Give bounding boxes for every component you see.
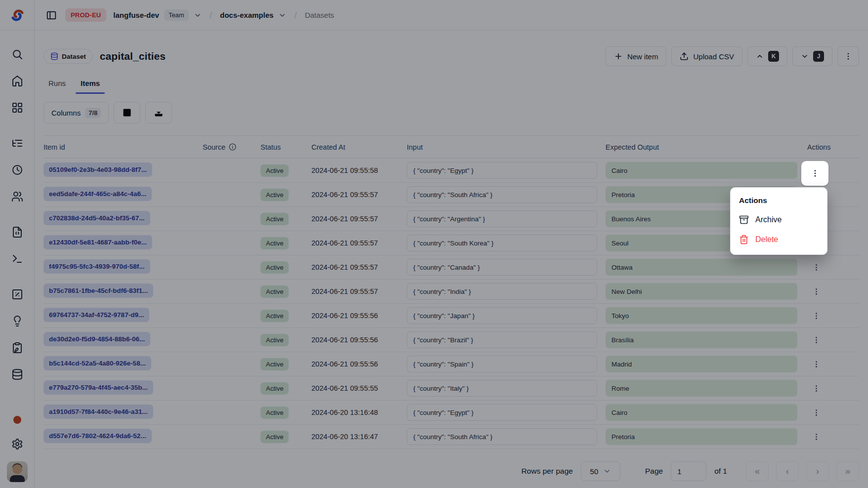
kebab-menu-icon <box>811 169 820 178</box>
menu-item-archive[interactable]: Archive <box>731 210 827 230</box>
menu-item-delete[interactable]: Delete <box>731 230 827 249</box>
row-actions-menu: Actions Archive Delete <box>730 187 827 255</box>
archive-icon <box>739 215 749 225</box>
app-window: PROD-EU langfuse-dev Team / docs-example… <box>0 0 868 488</box>
row-actions-button-active[interactable] <box>801 161 828 186</box>
archive-label: Archive <box>755 215 781 224</box>
actions-menu-title: Actions <box>731 192 827 210</box>
delete-label: Delete <box>755 235 778 244</box>
trash-icon <box>739 235 749 244</box>
